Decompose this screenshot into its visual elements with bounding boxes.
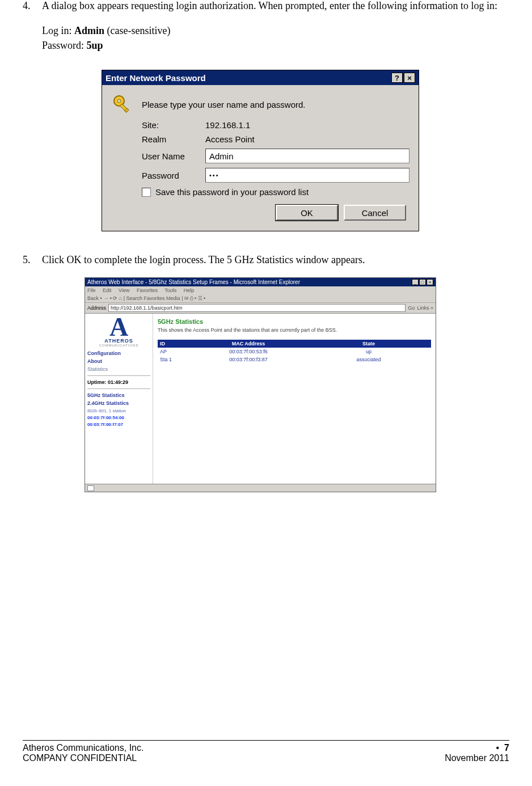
username-label: User Name — [142, 151, 205, 161]
ok-button[interactable]: OK — [276, 205, 338, 221]
password-field-label: Password — [142, 171, 205, 180]
dialog-figure: Enter Network Password ? × Please type y… — [23, 70, 498, 231]
login-value: Admin — [74, 25, 104, 36]
browser-figure: Atheros Web Interface - 5/8Ghz Statistic… — [23, 277, 498, 494]
browser-titlebar: Atheros Web Interface - 5/8Ghz Statistic… — [85, 278, 436, 286]
menu-file[interactable]: File — [87, 288, 96, 293]
step-5: 5. Click OK to complete the login proces… — [23, 254, 498, 266]
login-label: Log in: — [42, 25, 74, 36]
menu-edit[interactable]: Edit — [103, 288, 112, 293]
sidebar-statistics[interactable]: Statistics — [87, 366, 150, 372]
logo-a-icon: A — [87, 317, 150, 338]
dialog-prompt: Please type your user name and password. — [142, 100, 409, 109]
go-button[interactable]: Go — [408, 305, 415, 311]
minimize-icon[interactable]: _ — [412, 279, 419, 285]
sidebar-configuration[interactable]: Configuration — [87, 350, 150, 356]
footer-page: 7 — [504, 743, 509, 753]
sidebar-item-3[interactable]: 00:03:7f:00:f7:07 — [87, 422, 150, 427]
footer-confidential: COMPANY CONFIDENTIAL — [23, 753, 143, 763]
login-credentials: Log in: Admin (case-sensitive) Password:… — [42, 23, 498, 53]
table-row: AP 00:03:7f:00:53:f6 up — [158, 348, 431, 356]
cell-id: AP — [160, 349, 188, 354]
links-button[interactable]: Links » — [417, 305, 433, 311]
sidebar: A ATHEROS COMMUNICATIONS Configuration A… — [85, 314, 153, 484]
menu-help[interactable]: Help — [184, 288, 195, 293]
save-password-checkbox[interactable] — [142, 188, 151, 197]
page-footer: Atheros Communications, Inc. COMPANY CON… — [23, 740, 509, 763]
footer-company: Atheros Communications, Inc. — [23, 743, 143, 753]
password-value: 5up — [87, 40, 103, 51]
th-state: State — [309, 341, 429, 346]
password-label: Password: — [42, 40, 87, 51]
network-password-dialog: Enter Network Password ? × Please type y… — [102, 70, 419, 231]
maximize-icon[interactable]: □ — [419, 279, 426, 285]
table-row: Sta 1 00:03:7f:00:f3:87 associated — [158, 356, 431, 364]
cell-state: associated — [309, 357, 429, 362]
step-5-number: 5. — [23, 254, 42, 266]
status-icon — [87, 485, 94, 491]
browser-title: Atheros Web Interface - 5/8Ghz Statistic… — [87, 279, 300, 285]
footer-bullet: • — [496, 743, 500, 753]
browser-toolbar[interactable]: Back • → • ⟳ ⌂ | Search Favorites Media … — [85, 294, 436, 303]
cell-mac[interactable]: 00:03:7f:00:53:f6 — [188, 349, 309, 354]
main-content: 5GHz Statistics This shows the Access Po… — [153, 314, 436, 484]
browser-window: Atheros Web Interface - 5/8Ghz Statistic… — [85, 277, 436, 492]
close-button[interactable]: × — [404, 73, 415, 83]
step-5-text: Click OK to complete the login process. … — [42, 254, 498, 266]
cell-state: up — [309, 349, 429, 354]
browser-menu[interactable]: File Edit View Favorites Tools Help — [85, 286, 436, 294]
stats-table: ID MAC Address State AP 00:03:7f:00:53:f… — [158, 340, 431, 364]
step-4-number: 4. — [23, 0, 42, 12]
key-icon — [111, 93, 134, 116]
table-header: ID MAC Address State — [158, 340, 431, 348]
sidebar-item-1[interactable]: 802b 801, 1 station — [87, 408, 150, 413]
sidebar-about[interactable]: About — [87, 358, 150, 364]
atheros-logo: A ATHEROS COMMUNICATIONS — [87, 317, 150, 347]
sidebar-item-2[interactable]: 00:03:7f:00:54:00 — [87, 415, 150, 420]
help-button[interactable]: ? — [391, 73, 403, 83]
menu-tools[interactable]: Tools — [164, 288, 176, 293]
logo-sub: COMMUNICATIONS — [87, 344, 150, 347]
menu-favorites[interactable]: Favorites — [137, 288, 158, 293]
dialog-title: Enter Network Password — [105, 73, 206, 83]
address-label: Address — [87, 305, 106, 311]
dialog-titlebar: Enter Network Password ? × — [102, 70, 419, 85]
login-suffix: (case-sensitive) — [104, 25, 170, 36]
footer-date: November 2011 — [445, 753, 509, 763]
svg-point-1 — [117, 99, 121, 103]
cell-mac[interactable]: 00:03:7f:00:f3:87 — [188, 357, 309, 362]
username-input[interactable] — [205, 149, 409, 163]
menu-view[interactable]: View — [119, 288, 129, 293]
close-icon[interactable]: × — [427, 279, 433, 285]
realm-value: Access Point — [205, 134, 409, 144]
sidebar-uptime: Uptime: 01:49:29 — [87, 379, 150, 385]
sidebar-24ghz[interactable]: 2.4GHz Statistics — [87, 400, 150, 406]
step-4-text: A dialog box appears requesting login au… — [42, 0, 498, 12]
url-input[interactable]: http://192.168.1.1/basicport.htm — [108, 304, 406, 312]
save-password-label: Save this password in your password list — [155, 187, 309, 197]
sidebar-5ghz[interactable]: 5GHz Statistics — [87, 392, 150, 398]
password-input[interactable] — [205, 168, 409, 183]
address-bar: Address http://192.168.1.1/basicport.htm… — [85, 303, 436, 314]
cell-id: Sta 1 — [160, 357, 188, 362]
main-description: This shows the Access Point and the stat… — [158, 327, 431, 334]
th-id: ID — [160, 341, 188, 346]
site-value: 192.168.1.1 — [205, 120, 409, 130]
main-title: 5GHz Statistics — [158, 318, 431, 325]
logo-brand: ATHEROS — [87, 338, 150, 344]
step-4: 4. A dialog box appears requesting login… — [23, 0, 498, 12]
status-bar — [85, 484, 436, 492]
th-mac: MAC Address — [188, 341, 309, 346]
realm-label: Realm — [142, 134, 205, 144]
site-label: Site: — [142, 120, 205, 130]
cancel-button[interactable]: Cancel — [344, 205, 406, 221]
